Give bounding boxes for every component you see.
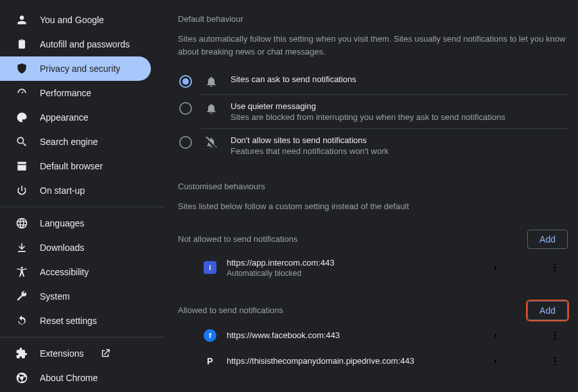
open-in-new-icon (99, 347, 112, 360)
chevron-right-icon[interactable] (488, 357, 504, 366)
download-icon (15, 241, 28, 254)
site-favicon: f (204, 329, 216, 342)
sidebar-item-downloads[interactable]: Downloads (0, 235, 151, 260)
sidebar-item-label: Privacy and security (40, 64, 120, 74)
notification-option[interactable]: Don't allow sites to send notifications … (178, 129, 568, 162)
site-row[interactable]: f https://www.facebook.com:443 (178, 323, 568, 348)
radio-button[interactable] (179, 136, 192, 149)
allowed-title: Allowed to send notifications (178, 305, 283, 315)
option-title: Use quieter messaging (231, 101, 568, 111)
option-title: Sites can ask to send notifications (231, 74, 568, 84)
site-url: https://thisisthecompanydomain.pipedrive… (227, 356, 478, 366)
notification-option[interactable]: Use quieter messaging Sites are blocked … (178, 95, 568, 128)
extension-icon (15, 347, 28, 360)
site-favicon: P (204, 355, 216, 368)
site-url: https://www.facebook.com:443 (227, 330, 478, 340)
sidebar-item-system[interactable]: System (0, 284, 151, 309)
browser-icon (15, 160, 28, 173)
sidebar-item-about-chrome[interactable]: About Chrome (0, 366, 151, 390)
sidebar: You and Google Autofill and passwords Pr… (0, 0, 164, 392)
radio-button[interactable] (179, 75, 192, 88)
sidebar-item-label: Extensions (40, 348, 83, 359)
sidebar-item-default-browser[interactable]: Default browser (0, 154, 151, 178)
shield-icon (15, 62, 28, 75)
sidebar-item-search-engine[interactable]: Search engine (0, 130, 151, 154)
sidebar-item-on-start-up[interactable]: On start-up (0, 178, 151, 203)
add-allowed-button[interactable]: Add (527, 301, 568, 320)
sidebar-item-extensions[interactable]: Extensions (0, 341, 151, 366)
section-title-default: Default behaviour (178, 14, 568, 24)
more-options-button[interactable] (545, 355, 565, 367)
sidebar-item-label: System (40, 291, 70, 302)
sidebar-item-label: Appearance (40, 112, 89, 123)
person-icon (15, 13, 28, 26)
site-row[interactable]: i https://app.intercom.com:443 Automatic… (178, 251, 568, 284)
option-subtitle: Features that need notifications won't w… (231, 146, 568, 156)
sidebar-item-label: Default browser (40, 161, 103, 171)
sidebar-item-performance[interactable]: Performance (0, 81, 151, 105)
not-allowed-title: Not allowed to send notifications (178, 234, 297, 244)
site-subtitle: Automatically blocked (227, 269, 478, 278)
globe-icon (15, 217, 28, 230)
section-desc-custom: Sites listed below follow a custom setti… (178, 200, 568, 213)
more-options-button[interactable] (545, 262, 565, 273)
site-favicon: i (204, 261, 216, 274)
chevron-right-icon[interactable] (488, 331, 504, 340)
sidebar-item-label: Languages (40, 218, 84, 228)
section-title-custom: Customised behaviours (178, 182, 568, 191)
sidebar-item-label: Reset settings (40, 316, 97, 326)
sidebar-item-label: Performance (40, 88, 91, 98)
option-title: Don't allow sites to send notifications (231, 135, 568, 145)
site-row[interactable]: P https://thisisthecompanydomain.pipedri… (178, 348, 568, 374)
sidebar-item-label: Autofill and passwords (40, 39, 130, 49)
chevron-right-icon[interactable] (488, 263, 504, 272)
sidebar-item-accessibility[interactable]: Accessibility (0, 260, 151, 284)
section-desc-default: Sites automatically follow this setting … (178, 33, 568, 58)
sidebar-item-reset-settings[interactable]: Reset settings (0, 309, 151, 333)
sidebar-item-label: You and Google (40, 15, 104, 25)
sidebar-item-languages[interactable]: Languages (0, 211, 151, 235)
sidebar-item-label: Downloads (40, 243, 84, 253)
palette-icon (15, 111, 28, 124)
sidebar-item-label: On start-up (40, 185, 85, 196)
main-content: Default behaviour Sites automatically fo… (164, 0, 578, 392)
sidebar-item-label: Accessibility (40, 267, 89, 277)
bell-off-icon (205, 136, 218, 149)
power-icon (15, 184, 28, 197)
notification-option[interactable]: Sites can ask to send notifications (178, 68, 568, 94)
wrench-icon (15, 290, 28, 303)
more-options-button[interactable] (545, 330, 565, 341)
site-url: https://app.intercom.com:443 (227, 258, 478, 268)
option-subtitle: Sites are blocked from interrupting you … (231, 112, 568, 122)
sidebar-item-autofill-and-passwords[interactable]: Autofill and passwords (0, 32, 151, 56)
add-not-allowed-button[interactable]: Add (527, 230, 568, 249)
sidebar-item-appearance[interactable]: Appearance (0, 105, 151, 130)
sidebar-item-label: About Chrome (40, 373, 98, 383)
speed-icon (15, 87, 28, 99)
accessibility-icon (15, 266, 28, 278)
search-icon (15, 135, 28, 148)
restore-icon (15, 314, 28, 327)
chrome-icon (15, 371, 28, 384)
bell-icon (205, 75, 218, 88)
bell-icon (205, 102, 218, 115)
clipboard-icon (15, 38, 28, 51)
sidebar-item-privacy-and-security[interactable]: Privacy and security (0, 56, 151, 81)
radio-button[interactable] (179, 102, 192, 115)
sidebar-item-label: Search engine (40, 137, 98, 147)
sidebar-item-you-and-google[interactable]: You and Google (0, 8, 151, 32)
